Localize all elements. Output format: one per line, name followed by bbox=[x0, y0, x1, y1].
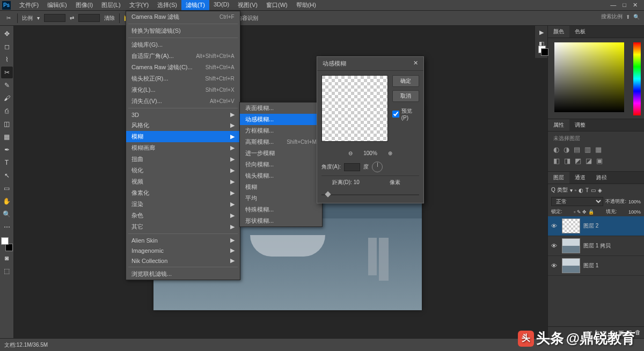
menu-item[interactable]: 液化(L)...Shift+Ctrl+X bbox=[126, 84, 240, 96]
props-icon[interactable]: ◑ bbox=[564, 145, 569, 153]
layer-thumbnail[interactable] bbox=[562, 258, 580, 273]
filter-pixel-icon[interactable]: ▫ bbox=[575, 187, 577, 193]
menu-item[interactable]: 选择(S) bbox=[153, 0, 181, 10]
menu-item[interactable]: 帮助(H) bbox=[292, 0, 320, 10]
menu-item[interactable]: 动感模糊... bbox=[240, 114, 322, 125]
close-button[interactable]: ✕ bbox=[633, 2, 638, 9]
layer-thumbnail[interactable] bbox=[562, 238, 580, 253]
visibility-icon[interactable]: 👁 bbox=[551, 223, 559, 229]
minimize-button[interactable]: — bbox=[610, 2, 616, 9]
color-picker-canvas[interactable] bbox=[554, 42, 624, 112]
dialog-preview[interactable] bbox=[321, 75, 388, 142]
color-swatches[interactable] bbox=[1, 237, 13, 251]
visibility-icon[interactable]: 👁 bbox=[551, 262, 559, 269]
menu-item[interactable]: 文件(F) bbox=[15, 0, 43, 10]
menu-item[interactable]: 3D▶ bbox=[126, 109, 240, 120]
menu-item[interactable]: 自适应广角(A)...Alt+Shift+Ctrl+A bbox=[126, 50, 240, 62]
visibility-icon[interactable]: 👁 bbox=[551, 243, 559, 249]
swap-icon[interactable]: ⇄ bbox=[70, 15, 74, 21]
brush-tool[interactable]: 🖌 bbox=[1, 92, 13, 104]
angle-knob[interactable] bbox=[372, 162, 383, 172]
props-icon[interactable]: ◧ bbox=[553, 157, 560, 165]
props-icon[interactable]: ◐ bbox=[553, 145, 559, 153]
menu-item[interactable]: Alien Skin▶ bbox=[126, 235, 240, 245]
opacity-value[interactable]: 100% bbox=[628, 199, 641, 204]
props-icon[interactable]: ▤ bbox=[574, 145, 580, 153]
menu-item[interactable]: 高斯模糊...Shift+Ctrl+M bbox=[240, 136, 322, 148]
filter-shape-icon[interactable]: ▭ bbox=[591, 187, 596, 193]
filter-adjust-icon[interactable]: ◐ bbox=[579, 187, 583, 193]
tab-properties[interactable]: 属性 bbox=[548, 119, 569, 131]
menu-item[interactable]: 镜头模糊... bbox=[240, 170, 322, 181]
menu-item[interactable]: 风格化▶ bbox=[126, 120, 240, 131]
tab-adjustments[interactable]: 调整 bbox=[569, 119, 591, 131]
menu-item[interactable]: 文字(Y) bbox=[125, 0, 153, 10]
menu-item[interactable]: 形状模糊... bbox=[240, 215, 322, 226]
menu-item[interactable]: 像素化▶ bbox=[126, 187, 240, 199]
props-icon[interactable]: ◪ bbox=[586, 157, 592, 165]
menu-item[interactable]: 模糊 bbox=[240, 181, 322, 193]
dialog-close-icon[interactable]: ✕ bbox=[413, 60, 418, 68]
type-tool[interactable]: T bbox=[1, 157, 13, 169]
layer-item[interactable]: 👁 图层 1 拷贝 bbox=[548, 236, 644, 256]
maximize-button[interactable]: □ bbox=[623, 2, 626, 9]
menu-item[interactable]: 平均 bbox=[240, 193, 322, 204]
ratio-width-input[interactable] bbox=[44, 14, 65, 22]
menu-item[interactable]: Camera Raw 滤镜(C)...Shift+Ctrl+A bbox=[126, 62, 240, 73]
menu-item[interactable]: 图层(L) bbox=[97, 0, 125, 10]
layer-item[interactable]: 👁 图层 1 bbox=[548, 256, 644, 276]
eraser-tool[interactable]: ◫ bbox=[1, 118, 13, 130]
history-panel-icon[interactable]: ▶ bbox=[539, 29, 544, 36]
tab-layers[interactable]: 图层 bbox=[548, 172, 569, 184]
ratio-dropdown-icon[interactable]: ▾ bbox=[37, 15, 40, 21]
marquee-tool[interactable]: ◻ bbox=[1, 41, 13, 53]
props-icon[interactable]: ▥ bbox=[584, 145, 591, 153]
crop-tool[interactable]: ✂ bbox=[1, 67, 13, 78]
menu-item[interactable]: 图像(I) bbox=[71, 0, 97, 10]
menu-item[interactable]: 窗口(W) bbox=[262, 0, 292, 10]
layer-item[interactable]: 👁 图层 2 bbox=[548, 216, 644, 236]
menu-item[interactable]: 转换为智能滤镜(S) bbox=[126, 25, 240, 36]
props-icon[interactable]: ◨ bbox=[564, 157, 570, 165]
menu-item[interactable]: 模糊画廊▶ bbox=[126, 142, 240, 153]
menu-item[interactable]: 视图(V) bbox=[233, 0, 262, 10]
menu-item[interactable]: 模糊▶ bbox=[126, 131, 240, 142]
pen-tool[interactable]: ✒ bbox=[1, 144, 13, 156]
menu-item[interactable]: 消失点(V)...Alt+Ctrl+V bbox=[126, 96, 240, 107]
props-icon[interactable]: ▣ bbox=[596, 157, 603, 165]
move-tool[interactable]: ✥ bbox=[1, 28, 13, 40]
menu-item[interactable]: 视频▶ bbox=[126, 176, 240, 187]
foreground-color[interactable] bbox=[1, 237, 9, 245]
lasso-tool[interactable]: ⌇ bbox=[1, 54, 13, 65]
zoom-in-button[interactable]: ⊕ bbox=[388, 150, 392, 156]
stamp-tool[interactable]: ⎙ bbox=[1, 105, 13, 117]
menu-item[interactable]: 其它▶ bbox=[126, 221, 240, 232]
filter-type-icon[interactable]: T bbox=[586, 187, 589, 193]
delete-layer-icon[interactable]: 🗑 bbox=[635, 329, 641, 336]
background-color[interactable] bbox=[5, 244, 13, 251]
menu-item[interactable]: 滤镜(T) bbox=[181, 0, 209, 10]
menu-item[interactable]: Camera Raw 滤镜Ctrl+F bbox=[126, 11, 240, 23]
props-icon[interactable]: ◩ bbox=[575, 157, 581, 165]
clear-button[interactable]: 清除 bbox=[104, 14, 115, 22]
hand-tool[interactable]: ✋ bbox=[1, 195, 13, 207]
panel-bg-color[interactable] bbox=[541, 48, 548, 56]
tab-paths[interactable]: 路径 bbox=[591, 172, 612, 184]
menu-item[interactable]: 3D(D) bbox=[209, 0, 233, 10]
menu-item[interactable]: 滤镜库(G)... bbox=[126, 39, 240, 50]
eyedropper-tool[interactable]: ✎ bbox=[1, 79, 13, 91]
preview-checkbox[interactable] bbox=[392, 111, 399, 118]
cancel-button[interactable]: 取消 bbox=[392, 90, 419, 102]
search-placeholder[interactable]: 搜索比例 bbox=[601, 13, 623, 20]
gradient-tool[interactable]: ▦ bbox=[1, 131, 13, 143]
menu-item[interactable]: 表面模糊... bbox=[240, 103, 322, 114]
angle-input[interactable] bbox=[344, 163, 360, 171]
hue-slider[interactable] bbox=[633, 42, 641, 115]
props-icon[interactable]: ▦ bbox=[595, 145, 602, 153]
share-icon[interactable]: ⬆ bbox=[626, 14, 630, 20]
layer-name[interactable]: 图层 1 bbox=[583, 262, 598, 269]
path-tool[interactable]: ↖ bbox=[1, 170, 13, 181]
filter-icon[interactable]: ▾ bbox=[570, 187, 573, 193]
edit-toolbar[interactable]: ⋯ bbox=[1, 221, 13, 233]
screenmode-tool[interactable]: ⬚ bbox=[1, 265, 13, 277]
